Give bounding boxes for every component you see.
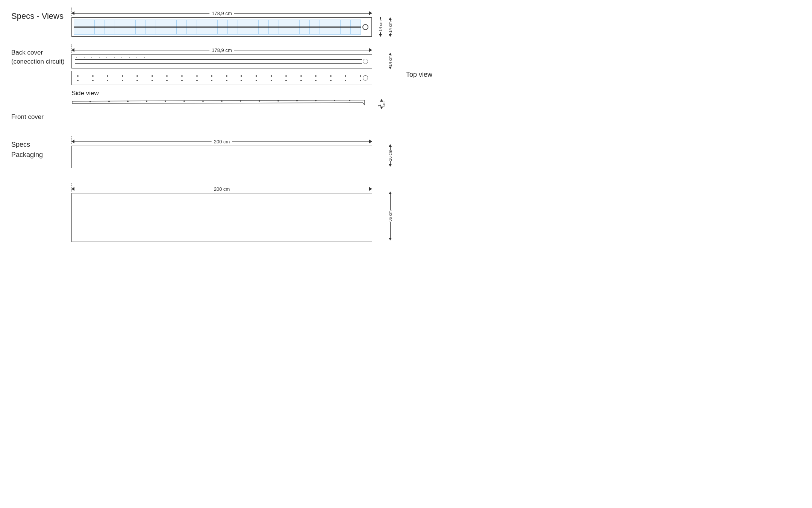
pkg2-height-label: 36 cm bbox=[388, 210, 392, 222]
svg-point-15 bbox=[259, 100, 260, 102]
top-view-height-label: 14 cm bbox=[378, 20, 383, 32]
svg-point-13 bbox=[221, 100, 223, 102]
svg-line-2 bbox=[72, 103, 363, 103]
svg-point-16 bbox=[277, 100, 279, 102]
svg-point-14 bbox=[240, 100, 241, 102]
page-title: Specs - Views bbox=[11, 11, 71, 21]
svg-line-0 bbox=[72, 100, 363, 101]
svg-point-19 bbox=[334, 100, 335, 101]
svg-point-6 bbox=[89, 101, 91, 102]
svg-point-17 bbox=[296, 100, 298, 102]
side-view-svg bbox=[71, 99, 372, 106]
back-cover-label: Back cover (conecction circuit) bbox=[11, 48, 71, 66]
pkg1-height-label: 16 cm bbox=[388, 150, 392, 161]
back-cover-width-label: 178,9 cm bbox=[209, 47, 234, 53]
svg-point-10 bbox=[165, 100, 166, 102]
pkg2-width-label: 200 cm bbox=[212, 186, 232, 192]
svg-point-11 bbox=[183, 100, 185, 102]
svg-point-20 bbox=[349, 100, 350, 101]
specs-packaging-label: Specs Packaging bbox=[11, 140, 71, 160]
side-view-label: Side view bbox=[71, 90, 395, 97]
top-view-width-label: 178,9 cm bbox=[209, 11, 234, 16]
svg-point-7 bbox=[108, 101, 110, 102]
side-view-height-label: 1 cm bbox=[377, 102, 386, 106]
top-view-label: Top view bbox=[395, 44, 432, 106]
top-view-height-label-2: 14 cm bbox=[388, 21, 392, 33]
back-cover-height-label: 14 cm bbox=[388, 55, 392, 67]
top-view-diagram: 178,9 cm bbox=[71, 8, 395, 37]
front-cover-label: Front cover bbox=[11, 113, 71, 121]
svg-point-18 bbox=[315, 100, 317, 101]
svg-point-9 bbox=[146, 100, 147, 102]
svg-point-8 bbox=[127, 100, 129, 102]
pkg1-width-label: 200 cm bbox=[212, 139, 232, 144]
svg-point-12 bbox=[202, 100, 204, 102]
